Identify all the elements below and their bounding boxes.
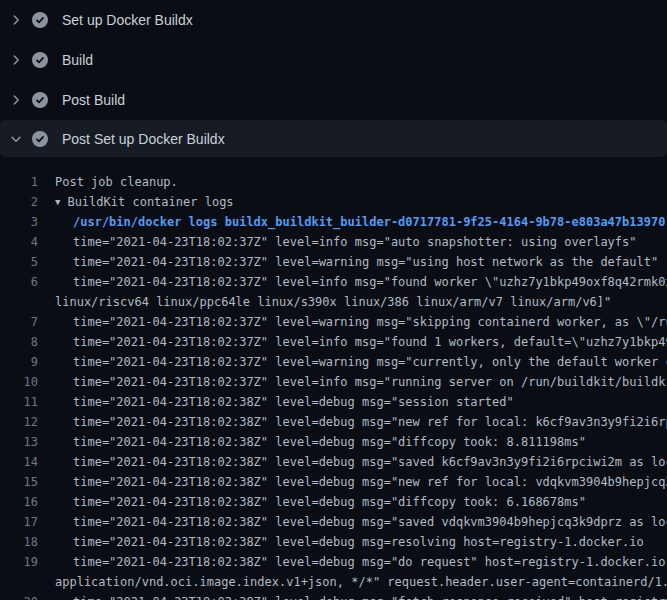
log-line-number[interactable]: 15: [0, 472, 38, 492]
log-line-text: time="2021-04-23T18:02:38Z" level=debug …: [73, 512, 667, 532]
log-group-title[interactable]: BuildKit container logs: [67, 195, 233, 209]
log-line-text: time="2021-04-23T18:02:37Z" level=warnin…: [73, 312, 667, 332]
log-line-text: time="2021-04-23T18:02:38Z" level=debug …: [73, 452, 667, 472]
log-line: 11time="2021-04-23T18:02:38Z" level=debu…: [0, 392, 667, 412]
step-label: Post Build: [62, 90, 125, 110]
check-circle-icon: [32, 131, 48, 147]
log-line-number[interactable]: 5: [0, 252, 38, 272]
log-group-toggle-icon[interactable]: ▼: [55, 192, 60, 212]
log-line-number[interactable]: 18: [0, 532, 38, 552]
log-line-text: time="2021-04-23T18:02:38Z" level=debug …: [73, 472, 667, 492]
log-line: 3/usr/bin/docker logs buildx_buildkit_bu…: [0, 212, 667, 232]
log-line: 16time="2021-04-23T18:02:38Z" level=debu…: [0, 492, 667, 512]
log-line: 7time="2021-04-23T18:02:37Z" level=warni…: [0, 312, 667, 332]
chevron-down-icon[interactable]: [8, 131, 24, 147]
log-line-text: time="2021-04-23T18:02:37Z" level=info m…: [73, 332, 667, 352]
log-line-number[interactable]: 2: [0, 192, 38, 212]
log-line-number[interactable]: 6: [0, 272, 38, 292]
log-lines: 1Post job cleanup.2▼BuildKit container l…: [0, 157, 667, 600]
chevron-right-icon[interactable]: [8, 52, 24, 68]
log-line: 14time="2021-04-23T18:02:38Z" level=debu…: [0, 452, 667, 472]
log-line-text: time="2021-04-23T18:02:38Z" level=debug …: [73, 412, 667, 432]
log-line-continuation: application/vnd.oci.image.index.v1+json,…: [0, 572, 667, 592]
step-label: Build: [62, 50, 93, 70]
log-line-number[interactable]: 20: [0, 592, 38, 600]
log-line: 5time="2021-04-23T18:02:37Z" level=warni…: [0, 252, 667, 272]
check-circle-icon: [32, 12, 48, 28]
log-group-header[interactable]: ▼BuildKit container logs: [55, 192, 234, 212]
log-line-text: time="2021-04-23T18:02:38Z" level=debug …: [73, 392, 514, 412]
log-line-number[interactable]: 13: [0, 432, 38, 452]
log-line-number[interactable]: 14: [0, 452, 38, 472]
log-line-number[interactable]: 12: [0, 412, 38, 432]
step-label: Set up Docker Buildx: [62, 10, 193, 30]
log-line: 9time="2021-04-23T18:02:37Z" level=warni…: [0, 352, 667, 372]
log-line: 19time="2021-04-23T18:02:38Z" level=debu…: [0, 552, 667, 572]
log-line-text: Post job cleanup.: [55, 172, 178, 192]
log-line-text: time="2021-04-23T18:02:38Z" level=debug …: [73, 592, 667, 600]
step-row-set-up-docker-buildx[interactable]: Set up Docker Buildx: [0, 0, 667, 40]
log-line-text: time="2021-04-23T18:02:37Z" level=info m…: [73, 372, 667, 392]
log-line: 2▼BuildKit container logs: [0, 192, 667, 212]
log-line-text: time="2021-04-23T18:02:38Z" level=debug …: [73, 432, 586, 452]
log-line: 20time="2021-04-23T18:02:38Z" level=debu…: [0, 592, 667, 600]
log-line: 10time="2021-04-23T18:02:37Z" level=info…: [0, 372, 667, 392]
chevron-right-icon[interactable]: [8, 12, 24, 28]
log-line-text: time="2021-04-23T18:02:37Z" level=info m…: [73, 232, 637, 252]
log-line-number[interactable]: 19: [0, 552, 38, 572]
log-line-number[interactable]: 10: [0, 372, 38, 392]
step-label: Post Set up Docker Buildx: [62, 129, 225, 149]
log-line-text: time="2021-04-23T18:02:38Z" level=debug …: [73, 552, 667, 572]
log-line-text: time="2021-04-23T18:02:37Z" level=warnin…: [73, 252, 658, 272]
log-line-number[interactable]: 3: [0, 212, 38, 232]
log-line: 18time="2021-04-23T18:02:38Z" level=debu…: [0, 532, 667, 552]
log-line-number[interactable]: 7: [0, 312, 38, 332]
log-command-text: /usr/bin/docker logs buildx_buildkit_bui…: [73, 212, 665, 232]
log-line: 8time="2021-04-23T18:02:37Z" level=info …: [0, 332, 667, 352]
log-line: 15time="2021-04-23T18:02:38Z" level=debu…: [0, 472, 667, 492]
log-line-continuation: linux/riscv64 linux/ppc64le linux/s390x …: [0, 292, 667, 312]
log-line-number[interactable]: 8: [0, 332, 38, 352]
check-circle-icon: [32, 52, 48, 68]
log-line-number[interactable]: 9: [0, 352, 38, 372]
step-row-build[interactable]: Build: [0, 40, 667, 80]
chevron-right-icon[interactable]: [8, 92, 24, 108]
log-line-text: application/vnd.oci.image.index.v1+json,…: [55, 572, 667, 592]
log-line-number[interactable]: 1: [0, 172, 38, 192]
log-line-number[interactable]: 4: [0, 232, 38, 252]
workflow-log-panel: Set up Docker BuildxBuildPost BuildPost …: [0, 0, 667, 600]
check-circle-icon: [32, 92, 48, 108]
step-row-post-build[interactable]: Post Build: [0, 80, 667, 120]
log-line-number[interactable]: 11: [0, 392, 38, 412]
log-line-number[interactable]: 17: [0, 512, 38, 532]
log-line-text: time="2021-04-23T18:02:37Z" level=info m…: [73, 272, 667, 292]
log-line-number[interactable]: 16: [0, 492, 38, 512]
log-line: 6time="2021-04-23T18:02:37Z" level=info …: [0, 272, 667, 292]
log-line: 12time="2021-04-23T18:02:38Z" level=debu…: [0, 412, 667, 432]
log-line-text: time="2021-04-23T18:02:38Z" level=debug …: [73, 492, 586, 512]
steps-list: Set up Docker BuildxBuildPost BuildPost …: [0, 0, 667, 157]
log-line-number: [0, 572, 38, 592]
log-line-text: time="2021-04-23T18:02:38Z" level=debug …: [73, 532, 644, 552]
log-line: 13time="2021-04-23T18:02:38Z" level=debu…: [0, 432, 667, 452]
log-line: 17time="2021-04-23T18:02:38Z" level=debu…: [0, 512, 667, 532]
log-line-text: time="2021-04-23T18:02:37Z" level=warnin…: [73, 352, 667, 372]
log-line: 1Post job cleanup.: [0, 172, 667, 192]
log-line-text: linux/riscv64 linux/ppc64le linux/s390x …: [55, 292, 611, 312]
step-row-post-set-up-docker-buildx[interactable]: Post Set up Docker Buildx: [0, 120, 667, 157]
log-line: 4time="2021-04-23T18:02:37Z" level=info …: [0, 232, 667, 252]
log-line-number: [0, 292, 38, 312]
